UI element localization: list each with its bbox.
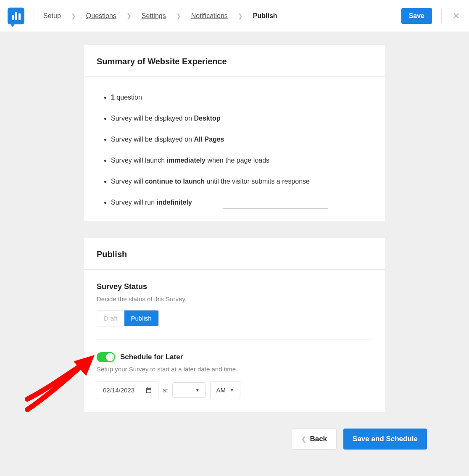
chevron-left-icon: ❮ — [301, 436, 306, 442]
status-draft-button[interactable]: Draft — [97, 310, 124, 326]
ampm-value: AM — [216, 387, 226, 394]
summary-item-run: Survey will run indefinitely — [111, 199, 372, 206]
schedule-toggle-row: Schedule for Later — [97, 352, 372, 362]
summary-card: Summary of Website Experience 1 question… — [84, 45, 385, 221]
chevron-right-icon: ❯ — [238, 13, 243, 19]
chevron-right-icon: ❯ — [126, 13, 132, 19]
save-button[interactable]: Save — [401, 8, 432, 24]
divider — [34, 9, 34, 23]
crumb-settings[interactable]: Settings — [142, 12, 166, 20]
publish-card: Publish Survey Status Decide the status … — [84, 238, 385, 412]
publish-body: Survey Status Decide the status of this … — [84, 270, 385, 412]
summary-item-launch: Survey will launch immediately when the … — [111, 157, 372, 164]
app-logo — [8, 8, 24, 24]
status-segmented-control: Draft Publish — [97, 310, 159, 326]
summary-list: 1 question Survey will be displayed on D… — [97, 94, 372, 206]
breadcrumb: Setup ❯ Questions ❯ Settings ❯ Notificat… — [43, 12, 277, 20]
crumb-questions[interactable]: Questions — [86, 12, 116, 20]
summary-body: 1 question Survey will be displayed on D… — [84, 77, 385, 221]
survey-status-heading: Survey Status — [97, 282, 372, 291]
divider — [97, 339, 372, 339]
at-label: at — [163, 387, 168, 394]
schedule-datetime-row: 02/14/2023 at ▼ AM ▼ — [97, 381, 372, 399]
calendar-icon — [145, 387, 152, 394]
close-icon[interactable]: ✕ — [451, 9, 461, 23]
toggle-knob-icon — [106, 353, 114, 361]
crumb-notifications[interactable]: Notifications — [191, 12, 228, 20]
back-button[interactable]: ❮ Back — [292, 429, 337, 450]
schedule-desc: Setup your Survey to start at a later da… — [97, 366, 372, 373]
content-wrap: Summary of Website Experience 1 question… — [84, 45, 385, 412]
schedule-toggle[interactable] — [97, 352, 115, 362]
survey-status-desc: Decide the status of this Survey. — [97, 295, 372, 302]
crumb-publish[interactable]: Publish — [253, 12, 277, 20]
summary-title: Summary of Website Experience — [84, 45, 385, 77]
summary-item-continue: Survey will continue to launch until the… — [111, 178, 372, 185]
status-publish-button[interactable]: Publish — [124, 310, 158, 326]
caret-down-icon: ▼ — [230, 388, 234, 392]
back-label: Back — [310, 435, 327, 443]
publish-title: Publish — [84, 238, 385, 270]
top-header: Setup ❯ Questions ❯ Settings ❯ Notificat… — [0, 0, 469, 32]
question-count: 1 — [111, 94, 115, 101]
schedule-hour-select[interactable]: ▼ — [172, 382, 206, 398]
schedule-ampm-select[interactable]: AM ▼ — [210, 381, 240, 399]
schedule-date-value: 02/14/2023 — [103, 387, 134, 394]
chevron-right-icon: ❯ — [176, 13, 181, 19]
footer-actions: ❮ Back Save and Schedule — [42, 429, 427, 462]
logo-bars-icon — [12, 12, 21, 20]
chevron-right-icon: ❯ — [71, 13, 76, 19]
schedule-date-input[interactable]: 02/14/2023 — [97, 381, 158, 399]
caret-down-icon: ▼ — [195, 388, 200, 392]
underline-annotation — [223, 208, 328, 208]
summary-item-questions: 1 question — [111, 94, 372, 101]
schedule-toggle-label: Schedule for Later — [120, 353, 183, 361]
header-right: Save ✕ — [401, 8, 461, 24]
crumb-setup[interactable]: Setup — [43, 12, 61, 20]
summary-item-device: Survey will be displayed on Desktop — [111, 115, 372, 122]
summary-item-pages: Survey will be displayed on All Pages — [111, 136, 372, 143]
divider — [441, 9, 442, 23]
save-and-schedule-button[interactable]: Save and Schedule — [343, 429, 427, 450]
